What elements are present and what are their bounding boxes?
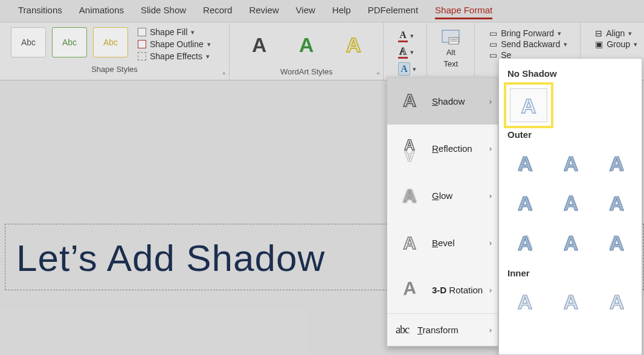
menu-item-transform[interactable]: abc Transform › <box>387 313 498 346</box>
shadow-outer-9[interactable]: AA <box>598 226 636 259</box>
text-outline-icon: A <box>398 46 408 59</box>
text-fill-button[interactable]: A ▾ <box>398 30 412 42</box>
text-fill-icon: A <box>398 30 408 42</box>
svg-text:A: A <box>564 192 579 215</box>
menu-item-reflection[interactable]: AA Reflection › <box>387 125 498 172</box>
shadow-outer-7[interactable]: AA <box>506 226 544 259</box>
bevel-icon: A <box>396 229 423 256</box>
wordart-preset-1[interactable]: A <box>246 27 272 64</box>
alt-text-button[interactable]: Alt Text <box>438 27 463 71</box>
tab-animations[interactable]: Animations <box>79 5 124 19</box>
rotation-icon: A <box>396 276 423 304</box>
shadow-option-none[interactable]: A <box>510 88 547 122</box>
chevron-down-icon: ▾ <box>206 53 210 60</box>
svg-text:A: A <box>518 192 533 215</box>
tab-pdfelement[interactable]: PDFelement <box>368 5 418 19</box>
shape-fill-label: Shape Fill <box>150 27 187 37</box>
svg-text:A: A <box>403 233 416 253</box>
tab-help[interactable]: Help <box>332 5 351 19</box>
outline-icon <box>138 40 146 48</box>
align-label: Align <box>606 28 625 38</box>
svg-text:A: A <box>564 152 579 175</box>
ribbon-tabs: Transitions Animations Slide Show Record… <box>0 0 644 22</box>
chevron-down-icon: ▾ <box>207 41 211 48</box>
chevron-right-icon: › <box>489 325 492 334</box>
text-effects-icon: A <box>398 62 410 76</box>
shadow-outer-5[interactable]: AA <box>552 186 590 220</box>
effects-icon <box>138 52 146 60</box>
menu-item-3d-rotation[interactable]: A 3-D Rotation › <box>387 266 498 313</box>
alt-text-line1: Alt <box>446 48 456 57</box>
shape-style-2[interactable]: Abc <box>52 27 87 57</box>
transform-icon: abc <box>396 324 409 336</box>
shadow-inner-2[interactable]: A <box>552 284 590 318</box>
svg-text:A: A <box>564 290 579 313</box>
shadow-outer-6[interactable]: AA <box>598 186 636 220</box>
shadow-inner-1[interactable]: A <box>506 284 544 318</box>
menu-item-glow[interactable]: A Glow › <box>387 172 498 219</box>
shadow-gallery: No Shadow A Outer AA AA AA AA AA AA AA A… <box>498 58 642 355</box>
shadow-inner-grid: A A A <box>506 284 634 318</box>
tab-record[interactable]: Record <box>203 5 232 19</box>
chevron-right-icon: › <box>489 97 492 106</box>
wordart-gallery[interactable]: A A A <box>240 27 372 64</box>
tab-slideshow[interactable]: Slide Show <box>141 5 186 19</box>
tab-transitions[interactable]: Transitions <box>18 5 62 19</box>
svg-text:A: A <box>518 232 533 255</box>
send-backward-button[interactable]: ▭ Send Backward ▾ <box>489 39 565 49</box>
selection-pane-icon: ▭ <box>489 50 497 60</box>
shadow-outer-3[interactable]: AA <box>598 146 636 180</box>
svg-text:A: A <box>610 192 625 215</box>
chevron-down-icon: ▾ <box>634 41 637 48</box>
shadow-outer-4[interactable]: AA <box>506 186 544 220</box>
svg-text:A: A <box>518 290 533 313</box>
shadow-outer-1[interactable]: AA <box>506 146 544 180</box>
tab-view[interactable]: View <box>296 5 315 19</box>
svg-text:A: A <box>404 148 414 162</box>
svg-text:A: A <box>518 152 533 175</box>
dialog-launcher-shape-styles[interactable]: ▫ <box>223 69 225 77</box>
group-button[interactable]: ▣ Group ▾ <box>595 39 630 49</box>
svg-text:A: A <box>610 290 625 313</box>
svg-text:A: A <box>252 34 266 56</box>
svg-text:A: A <box>403 186 416 206</box>
group-label-wordart: WordArt Styles <box>240 64 372 79</box>
shape-style-3[interactable]: Abc <box>93 27 128 57</box>
shape-fill-button[interactable]: Shape Fill ▾ <box>138 27 211 37</box>
chevron-right-icon: › <box>489 144 492 153</box>
text-effects-menu: AA Shadow › AA Reflection › A Glow › A B… <box>387 77 498 347</box>
send-backward-icon: ▭ <box>489 39 497 49</box>
shape-effects-button[interactable]: Shape Effects ▾ <box>138 51 211 61</box>
menu-item-bevel[interactable]: A Bevel › <box>387 219 498 266</box>
shape-style-gallery[interactable]: Abc Abc Abc <box>11 27 128 57</box>
shadow-outer-8[interactable]: AA <box>552 226 590 259</box>
align-button[interactable]: ⊟ Align ▾ <box>595 28 630 38</box>
svg-text:A: A <box>346 34 361 56</box>
shadow-section-inner: Inner <box>507 268 633 278</box>
tab-shapeformat[interactable]: Shape Format <box>435 5 492 19</box>
shadow-outer-2[interactable]: AA <box>552 146 590 180</box>
tab-review[interactable]: Review <box>249 5 279 19</box>
bring-forward-button[interactable]: ▭ Bring Forward ▾ <box>489 28 565 38</box>
shape-style-1[interactable]: Abc <box>11 27 46 57</box>
shape-outline-button[interactable]: Shape Outline ▾ <box>138 39 211 49</box>
wordart-preset-2[interactable]: A <box>294 27 319 64</box>
shadow-section-outer: Outer <box>507 129 633 140</box>
chevron-down-icon: ▾ <box>191 28 195 36</box>
glow-icon: A <box>396 181 423 209</box>
fill-icon <box>138 28 146 36</box>
chevron-right-icon: › <box>489 238 492 247</box>
chevron-down-icon: ▾ <box>410 32 414 40</box>
menu-item-shadow[interactable]: AA Shadow › <box>387 77 498 125</box>
chevron-down-icon: ▾ <box>628 30 632 37</box>
shadow-inner-3[interactable]: A <box>598 284 636 318</box>
chevron-down-icon: ▾ <box>558 30 561 37</box>
shadow-outer-grid: AA AA AA AA AA AA AA AA AA <box>506 146 634 259</box>
text-outline-button[interactable]: A ▾ <box>398 46 412 59</box>
group-label-shape-styles: Shape Styles <box>11 61 218 76</box>
text-effects-button[interactable]: A ▾ <box>398 62 412 76</box>
dialog-launcher-wordart[interactable]: ▫ <box>377 69 379 77</box>
wordart-preset-3[interactable]: A <box>341 27 366 64</box>
svg-text:A: A <box>521 94 536 117</box>
alt-text-line2: Text <box>443 59 458 68</box>
